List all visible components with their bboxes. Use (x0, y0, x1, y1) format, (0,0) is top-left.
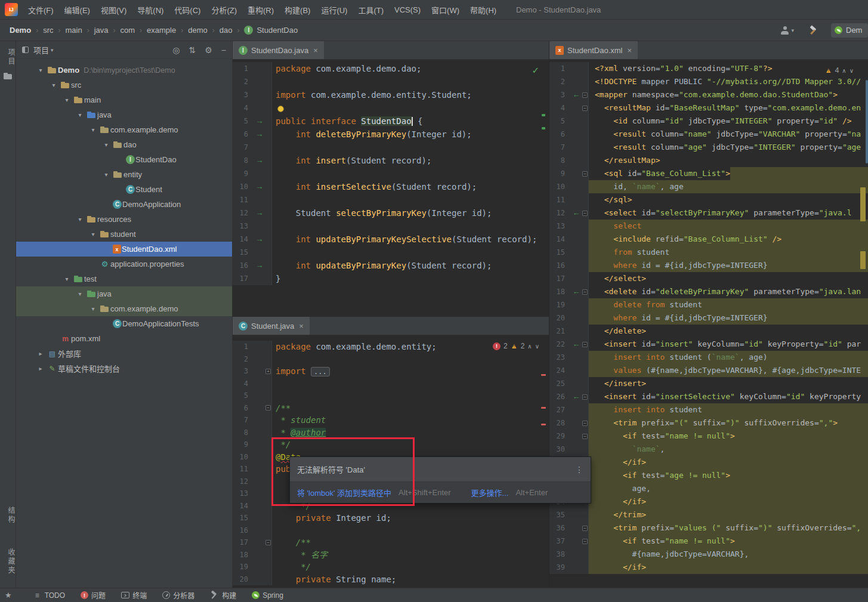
close-icon[interactable]: × (313, 46, 318, 55)
stripe-project-button[interactable]: 项目 (0, 48, 16, 66)
tree-item-entity[interactable]: ▾entity (16, 167, 232, 182)
next-issue-icon[interactable]: ∨ (850, 67, 854, 74)
favorites-star-icon[interactable]: ★ (5, 591, 12, 600)
fold-icon[interactable]: − (582, 535, 589, 548)
breadcrumb-item[interactable]: Demo (10, 26, 31, 35)
locate-file-icon[interactable]: ◎ (172, 45, 180, 55)
menu-item[interactable]: 工具(T) (353, 0, 389, 19)
run-config-button[interactable]: Dem (831, 23, 868, 38)
chevron-down-icon[interactable]: ▾ (73, 216, 87, 223)
tree-item-com.example.demo[interactable]: ▾com.example.demo (16, 122, 232, 137)
menu-item[interactable]: 窗口(W) (426, 0, 465, 19)
tree-item-dao[interactable]: ▾dao (16, 137, 232, 152)
nav-arrow-icon[interactable]: ← (571, 285, 582, 298)
project-view-selector[interactable]: 项目 (33, 44, 49, 55)
chevron-down-icon[interactable]: ▾ (47, 82, 60, 88)
breadcrumb-item[interactable]: main (65, 26, 82, 35)
nav-arrow-icon[interactable]: → (254, 259, 265, 272)
chevron-right-icon[interactable]: ▸ (34, 365, 47, 372)
tree-item-StudentDao[interactable]: IStudentDao (16, 152, 232, 167)
tab-studentdao-xml[interactable]: x StudentDao.xml × (549, 41, 638, 59)
nav-arrow-icon[interactable]: ← (571, 206, 582, 220)
folder-icon[interactable] (4, 72, 13, 80)
breadcrumb-item[interactable]: dao (220, 26, 233, 35)
tree-item-草稿文件和控制台[interactable]: ▸✎草稿文件和控制台 (16, 361, 232, 376)
settings-gear-icon[interactable]: ⚙ (205, 45, 212, 55)
nav-arrow-icon[interactable]: → (254, 233, 265, 246)
menu-item[interactable]: 代码(C) (169, 0, 206, 19)
quickfix-link[interactable]: 将 'lombok' 添加到类路径中 (297, 487, 391, 498)
status-item-spring[interactable]: Spring (244, 590, 291, 600)
chevron-down-icon[interactable]: ▾ (60, 276, 73, 282)
chevron-down-icon[interactable]: ▾ (100, 141, 113, 148)
fold-icon[interactable]: − (582, 338, 589, 351)
fold-icon[interactable]: − (582, 206, 589, 220)
fold-icon[interactable]: − (265, 402, 272, 415)
nav-arrow-icon[interactable]: ← (571, 88, 582, 101)
code-dao_java[interactable]: 1package com.example.demo.dao;23import c… (233, 60, 549, 317)
menu-item[interactable]: 视图(V) (95, 0, 132, 19)
chevron-down-icon[interactable]: ▾ (60, 97, 73, 103)
tree-item-java[interactable]: ▾java (16, 286, 232, 301)
menu-item[interactable]: VCS(S) (389, 0, 426, 19)
menu-item[interactable]: 重构(R) (242, 0, 279, 19)
tree-item-student[interactable]: ▾student (16, 227, 232, 242)
tree-item-src[interactable]: ▾src (16, 78, 232, 92)
tree-item-resources[interactable]: ▾resources (16, 212, 232, 227)
fold-icon[interactable]: − (582, 167, 589, 180)
breadcrumb-item[interactable]: example (147, 26, 176, 35)
tree-item-DemoApplication[interactable]: CDemoApplication (16, 197, 232, 212)
nav-arrow-icon[interactable]: → (254, 206, 265, 220)
nav-arrow-icon[interactable]: → (254, 154, 265, 167)
collapse-all-icon[interactable]: ⇅ (189, 45, 196, 55)
fold-icon[interactable]: − (582, 285, 589, 298)
prev-issue-icon[interactable]: ∧ (527, 343, 532, 350)
tree-item-pom.xml[interactable]: mpom.xml (16, 331, 232, 346)
tree-item-com.example.demo[interactable]: ▾com.example.demo (16, 301, 232, 316)
close-icon[interactable]: × (628, 46, 632, 55)
nav-arrow-icon[interactable]: → (254, 180, 265, 193)
fold-icon[interactable]: − (582, 101, 589, 115)
menu-item[interactable]: 导航(N) (132, 0, 169, 19)
tab-student-java[interactable]: C Student.java × (233, 317, 310, 335)
breadcrumb-item[interactable]: java (94, 26, 109, 35)
build-hammer-icon[interactable] (808, 26, 818, 35)
chevron-down-icon[interactable]: ▾ (34, 67, 47, 73)
tab-studentdao-java[interactable]: I StudentDao.java × (233, 41, 324, 59)
error-stripe[interactable] (860, 60, 868, 588)
fold-icon[interactable]: − (265, 536, 272, 549)
status-item-problems[interactable]: !问题 (73, 590, 113, 600)
fold-icon[interactable]: − (582, 521, 589, 535)
menu-item[interactable]: 文件(F) (23, 0, 59, 19)
user-icon[interactable] (780, 26, 789, 35)
chevron-right-icon[interactable]: ▸ (34, 350, 47, 357)
hide-panel-icon[interactable]: − (221, 45, 226, 55)
close-icon[interactable]: × (299, 322, 304, 331)
chevron-down-icon[interactable]: ▾ (51, 47, 54, 53)
breadcrumb-item[interactable]: demo (188, 26, 208, 35)
menu-item[interactable]: 构建(B) (279, 0, 316, 19)
nav-arrow-icon[interactable]: → (254, 115, 265, 128)
intention-bulb-icon[interactable] (277, 106, 284, 112)
menu-item[interactable]: 编辑(E) (59, 0, 95, 19)
fold-icon[interactable]: − (582, 430, 589, 443)
nav-arrow-icon[interactable]: ← (571, 338, 582, 351)
tree-item-test[interactable]: ▾test (16, 271, 232, 286)
tree-item-main[interactable]: ▾main (16, 92, 232, 107)
fold-icon[interactable]: − (582, 390, 589, 403)
menu-item[interactable]: 帮助(H) (465, 0, 502, 19)
menu-item[interactable]: 运行(U) (316, 0, 353, 19)
breadcrumb-item[interactable]: src (43, 26, 53, 35)
status-item-build[interactable]: 构建 (202, 590, 244, 600)
tree-item-application.properties[interactable]: ⚙application.properties (16, 257, 232, 271)
breadcrumb-item[interactable]: StudentDao (257, 26, 298, 35)
chevron-down-icon[interactable]: ▾ (73, 112, 87, 118)
chevron-down-icon[interactable]: ▾ (100, 171, 113, 178)
prev-issue-icon[interactable]: ∧ (842, 67, 846, 74)
code-dao_xml[interactable]: 1<?xml version="1.0" encoding="UTF-8"?>2… (549, 60, 868, 588)
nav-arrow-icon[interactable]: ← (571, 390, 582, 403)
breadcrumb-item[interactable]: com (121, 26, 135, 35)
fold-icon[interactable]: − (582, 88, 589, 101)
status-item-todo[interactable]: ≡TODO (25, 590, 73, 600)
tree-item-Student[interactable]: CStudent (16, 182, 232, 197)
